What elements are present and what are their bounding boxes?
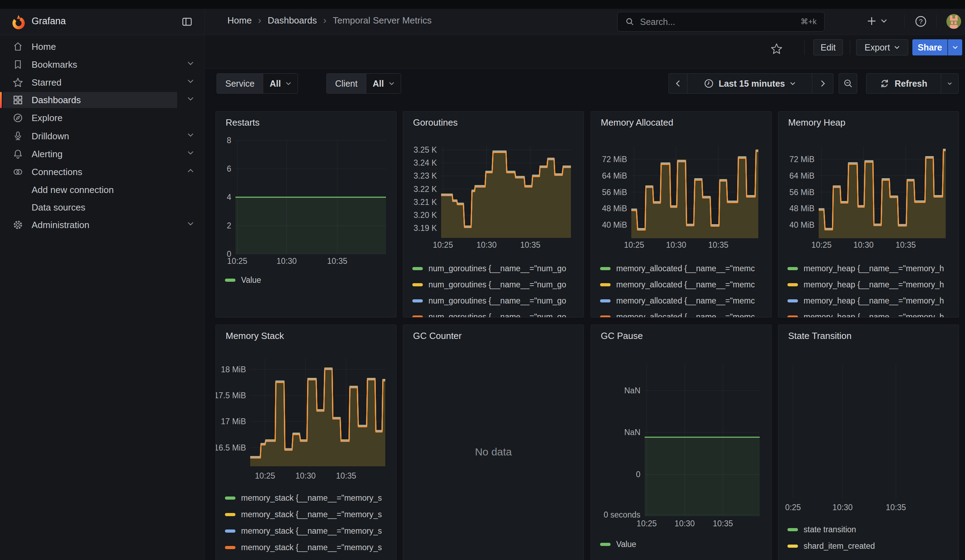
legend-item[interactable]: memory_stack {__name__="memory_s [225, 539, 393, 556]
sidebar-item-add-new-connection[interactable]: Add new connection [0, 182, 204, 198]
legend-item[interactable]: num_goroutines {__name__="num_go [412, 292, 581, 309]
time-shift-back-button[interactable] [669, 73, 687, 93]
client-filter-value[interactable]: All [366, 73, 401, 93]
sidebar-item-label: Data sources [31, 202, 85, 213]
legend-item[interactable]: state transition [787, 521, 956, 538]
series-swatch-icon [600, 267, 610, 270]
legend-label: memory_heap {__name__="memory_h [803, 264, 944, 273]
sidebar-item-explore[interactable]: Explore [0, 110, 204, 126]
series-swatch-icon [412, 267, 423, 270]
gear-icon [13, 220, 23, 230]
add-new-button[interactable] [866, 15, 887, 27]
gc-pause-chart[interactable]: 10:2510:3010:35NaNNaN00 seconds [591, 325, 771, 560]
svg-text:18 MiB: 18 MiB [221, 365, 246, 374]
panel-title[interactable]: Memory Stack [226, 331, 284, 341]
refresh-icon [880, 78, 890, 88]
panel-memory-stack[interactable]: 10:2510:3010:3518 MiB17.5 MiB17 MiB16.5 … [216, 325, 396, 560]
service-filter-selected: All [270, 78, 281, 89]
help-icon[interactable]: ? [914, 15, 927, 28]
panel-goroutines[interactable]: 10:2510:3010:353.25 K3.24 K3.23 K3.22 K3… [403, 111, 584, 318]
panel-gc-pause[interactable]: 10:2510:3010:35NaNNaN00 seconds GC Pause… [590, 325, 772, 560]
legend-item[interactable]: memory_heap {__name__="memory_h [787, 309, 956, 318]
sidebar-item-alerting[interactable]: Alerting [0, 146, 204, 162]
panel-state-transition[interactable]: 0:2510:3010:35 State Transition state tr… [778, 325, 959, 560]
legend-item[interactable]: num_goroutines {__name__="num_go [412, 260, 581, 276]
dashboard-subheader [205, 36, 965, 69]
series-swatch-icon [600, 283, 610, 286]
panel-title[interactable]: Goroutines [413, 117, 458, 128]
svg-text:56 MiB: 56 MiB [789, 188, 815, 197]
sidebar-item-connections[interactable]: Connections [0, 164, 204, 180]
svg-text:17.5 MiB: 17.5 MiB [216, 391, 246, 400]
sidebar-item-administration[interactable]: Administration [0, 217, 204, 233]
edit-button[interactable]: Edit [813, 39, 843, 56]
service-filter[interactable]: Service All [216, 73, 298, 94]
refresh-interval-dropdown[interactable] [941, 73, 958, 93]
svg-text:17 MiB: 17 MiB [221, 417, 246, 426]
dock-sidebar-toggle-icon[interactable] [182, 16, 192, 27]
panel-legend: memory_heap {__name__="memory_hmemory_he… [787, 260, 956, 318]
legend-item[interactable]: num_goroutines {__name__="num_go [412, 309, 581, 318]
refresh-button[interactable]: Refresh [867, 73, 941, 93]
service-filter-value[interactable]: All [263, 73, 298, 93]
series-swatch-icon [225, 496, 236, 500]
breadcrumb-home[interactable]: Home [227, 15, 252, 26]
grafana-logo-icon[interactable] [11, 15, 26, 29]
share-dropdown-button[interactable] [948, 39, 962, 56]
svg-text:2: 2 [227, 221, 231, 230]
legend-label: num_goroutines {__name__="num_go [429, 264, 566, 273]
panel-memory-heap[interactable]: 10:2510:3010:3572 MiB64 MiB56 MiB48 MiB4… [778, 111, 959, 318]
series-swatch-icon [787, 315, 798, 318]
panel-title[interactable]: State Transition [788, 331, 852, 341]
panel-title[interactable]: GC Pause [601, 331, 643, 341]
panel-memory-allocated[interactable]: 10:2510:3010:3572 MiB64 MiB56 MiB48 MiB4… [590, 111, 772, 318]
legend-item[interactable]: memory_heap {__name__="memory_h [787, 260, 956, 276]
sidebar-item-label: Connections [31, 167, 82, 178]
legend-item[interactable]: memory_heap {__name__="memory_h [787, 276, 956, 292]
sidebar-item-label: Starred [31, 77, 61, 88]
favorite-star-button[interactable] [770, 43, 782, 55]
search-input[interactable]: Search... ⌘+k [617, 12, 824, 31]
legend-item[interactable]: memory_heap {__name__="memory_h [787, 292, 956, 309]
sidebar-item-starred[interactable]: Starred [0, 74, 204, 90]
avatar[interactable] [946, 14, 961, 29]
legend-item[interactable]: num_goroutines {__name__="num_go [412, 276, 581, 292]
client-filter[interactable]: Client All [326, 73, 401, 94]
time-range-picker[interactable]: Last 15 minutes [687, 73, 812, 93]
legend-item[interactable]: memory_stack {__name__="memory_s [225, 523, 393, 539]
panel-restarts[interactable]: 10:2510:3010:3586420 Restarts Value [216, 111, 396, 318]
panel-gc-counter[interactable]: GC Counter No data [403, 325, 584, 560]
legend-item[interactable]: Value [600, 537, 769, 551]
legend-label: memory_heap {__name__="memory_h [803, 312, 944, 318]
chevron-right-icon [820, 80, 825, 87]
sidebar-item-home[interactable]: Home [0, 39, 204, 55]
zoom-out-button[interactable] [839, 73, 857, 94]
breadcrumb-dashboards[interactable]: Dashboards [268, 15, 317, 26]
export-button[interactable]: Export [856, 39, 908, 56]
panel-title[interactable]: Restarts [226, 117, 260, 128]
time-shift-forward-button[interactable] [812, 73, 833, 93]
panel-title[interactable]: Memory Heap [788, 117, 846, 128]
series-swatch-icon [225, 546, 236, 549]
legend-item[interactable]: memory_allocated {__name__="memc [600, 260, 769, 276]
toolbar-divider [804, 41, 805, 55]
legend-item[interactable]: memory_stack {__name__="memory_s [225, 490, 393, 506]
legend-item[interactable]: Value [225, 273, 393, 287]
chevron-down-icon [187, 97, 194, 101]
sidebar-item-label: Alerting [31, 149, 62, 160]
legend-item[interactable]: memory_stack {__name__="memory_s [225, 506, 393, 523]
legend-item[interactable]: memory_allocated {__name__="memc [600, 276, 769, 292]
panel-title[interactable]: GC Counter [413, 331, 462, 341]
sidebar-item-data-sources[interactable]: Data sources [0, 199, 204, 216]
svg-text:10:35: 10:35 [708, 240, 728, 250]
legend-item[interactable]: memory_allocated {__name__="memc [600, 309, 769, 318]
series-swatch-icon [600, 315, 610, 318]
sidebar-item-bookmarks[interactable]: Bookmarks [0, 57, 204, 73]
legend-item[interactable]: shard_item_created [787, 538, 956, 554]
sidebar-item-dashboards[interactable]: Dashboards [0, 92, 204, 108]
panel-title[interactable]: Memory Allocated [601, 117, 674, 128]
search-shortcut-hint: ⌘+k [800, 17, 816, 26]
share-button[interactable]: Share [913, 39, 947, 56]
sidebar-item-drilldown[interactable]: Drilldown [0, 128, 204, 144]
legend-item[interactable]: memory_allocated {__name__="memc [600, 292, 769, 309]
